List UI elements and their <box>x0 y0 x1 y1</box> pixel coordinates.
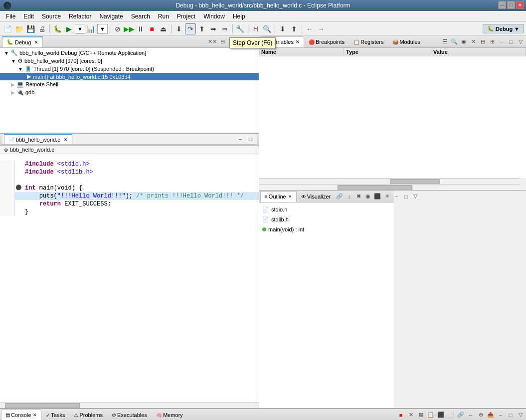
open-type-hierarchy[interactable]: H <box>250 23 261 34</box>
profile-button[interactable]: 📊 <box>86 23 97 34</box>
var-h-scrollbar[interactable] <box>259 178 520 184</box>
step-over-button[interactable]: ↷ <box>185 23 196 34</box>
console-terminate[interactable]: ■ <box>396 411 405 420</box>
step-return-button[interactable]: ⬆ <box>196 23 207 34</box>
profile-dropdown[interactable]: ▼ <box>97 24 108 34</box>
outline-minimize[interactable]: − <box>392 192 401 201</box>
print-button[interactable]: 🖨 <box>36 23 47 34</box>
visualizer-tab[interactable]: 👁 Visualizer <box>297 191 336 202</box>
console-action-6[interactable]: ↔ <box>466 411 475 420</box>
tree-item-gdb[interactable]: ▶ 🔌 gdb <box>0 88 259 96</box>
var-action-1[interactable]: ☰ <box>440 37 449 46</box>
outline-action-2[interactable]: ↕ <box>345 192 353 201</box>
modules-tab[interactable]: 📦 Modules <box>388 36 425 47</box>
prev-annotation[interactable]: ⬆ <box>289 23 300 34</box>
var-action-5[interactable]: ⊟ <box>478 37 487 46</box>
editor-maximize[interactable]: □ <box>246 135 255 144</box>
executables-tab[interactable]: ⚙ Executables <box>107 410 152 420</box>
menu-window[interactable]: Window <box>199 12 229 21</box>
editor-h-scrollbar[interactable] <box>0 402 259 408</box>
forward-button[interactable]: → <box>316 23 327 34</box>
outline-action-6[interactable]: ✳ <box>382 192 391 201</box>
use-step-filters[interactable]: 🔧 <box>235 23 246 34</box>
console-minimize[interactable]: − <box>496 411 505 420</box>
new-button[interactable]: 📄 <box>2 23 13 34</box>
console-action-7[interactable]: ⊕ <box>476 411 485 420</box>
search-toolbar-button[interactable]: 🔍 <box>262 23 273 34</box>
outline-maximize[interactable]: □ <box>401 192 410 201</box>
tree-item-frame[interactable]: ▶ main() at bbb_hello_world.c:15 0x103d4 <box>0 73 259 80</box>
editor-minimize[interactable]: − <box>236 135 245 144</box>
menu-run[interactable]: Run <box>154 12 173 21</box>
terminate-button[interactable]: ■ <box>147 23 158 34</box>
outline-action-5[interactable]: ⬛ <box>373 192 382 201</box>
var-menu[interactable]: ▽ <box>516 37 525 46</box>
run-dropdown[interactable]: ▼ <box>75 24 85 34</box>
skip-all-breakpoints[interactable]: ⊘ <box>112 23 123 34</box>
save-button[interactable]: 💾 <box>25 23 36 34</box>
console-action-4[interactable]: ⬜ <box>446 411 455 420</box>
debug-button[interactable]: 🐛 <box>52 23 63 34</box>
outline-item-stdio[interactable]: 📄 stdio.h <box>261 205 392 214</box>
minimize-button[interactable]: — <box>498 1 506 9</box>
menu-project[interactable]: Project <box>173 12 199 21</box>
tree-item-thread[interactable]: ▼ 🧵 Thread [1] 970 [core: 0] (Suspended … <box>0 65 259 73</box>
console-action-1[interactable]: ⊠ <box>416 411 425 420</box>
remove-all-terminated[interactable]: ✕✕ <box>208 37 217 46</box>
tree-item-remote-shell[interactable]: ▶ 💻 Remote Shell <box>0 80 259 88</box>
tree-item-process[interactable]: ▼ ⚙ bbb_hello_world [970] [cores: 0] <box>0 57 259 65</box>
var-maximize[interactable]: □ <box>507 37 516 46</box>
problems-tab[interactable]: ⚠ Problems <box>69 410 107 420</box>
var-action-4[interactable]: ✕ <box>469 37 478 46</box>
back-button[interactable]: ← <box>304 23 315 34</box>
disconnect-button[interactable]: ⏏ <box>158 23 169 34</box>
var-action-6[interactable]: ⊞ <box>488 37 497 46</box>
console-action-2[interactable]: 📋 <box>426 411 435 420</box>
breakpoints-tab[interactable]: 🔴 Breakpoints <box>304 36 349 47</box>
menu-search[interactable]: Search <box>127 12 154 21</box>
maximize-button[interactable]: □ <box>507 1 515 9</box>
close-button[interactable]: ✕ <box>516 1 524 9</box>
editor-h-scrollbar-thumb[interactable] <box>5 403 80 408</box>
suspend-button[interactable]: ⏸ <box>135 23 146 34</box>
outline-action-3[interactable]: ✖ <box>354 192 363 201</box>
collapse-all[interactable]: ⊟ <box>218 37 227 46</box>
editor-tab-close[interactable]: ✕ <box>64 137 68 142</box>
menu-refactor[interactable]: Refactor <box>65 12 95 21</box>
menu-edit[interactable]: Edit <box>19 12 38 21</box>
menu-help[interactable]: Help <box>229 12 249 21</box>
open-button[interactable]: 📁 <box>13 23 24 34</box>
resume-button[interactable]: ▶▶ <box>124 23 135 34</box>
editor-tab[interactable]: 📄 bbb_hello_world.c ✕ <box>4 134 72 144</box>
menu-navigate[interactable]: Navigate <box>95 12 127 21</box>
console-maximize[interactable]: □ <box>506 411 515 420</box>
debug-tab[interactable]: 🐛 Debug ✕ <box>2 36 43 47</box>
var-action-3[interactable]: ◉ <box>459 37 468 46</box>
var-h-thumb[interactable] <box>390 179 440 184</box>
run-button[interactable]: ▶ <box>63 23 74 34</box>
outline-item-main[interactable]: main(void) : int <box>261 224 392 234</box>
var-h-thumb-2[interactable] <box>338 185 412 190</box>
var-v-scrollbar[interactable] <box>520 178 526 184</box>
var-action-2[interactable]: 🔍 <box>450 37 459 46</box>
outline-tab[interactable]: ≡ Outline ✕ <box>260 191 297 202</box>
var-minimize[interactable]: − <box>497 37 506 46</box>
memory-tab[interactable]: 🧠 Memory <box>152 410 187 420</box>
var-v-scrollbar-2[interactable] <box>520 184 526 190</box>
console-remove[interactable]: ✕ <box>406 411 415 420</box>
tasks-tab[interactable]: ✓ Tasks <box>41 410 69 420</box>
code-editor[interactable]: #include <stdio.h> #include <stdlib.h> <box>0 154 259 402</box>
titlebar-controls[interactable]: — □ ✕ <box>498 1 524 9</box>
tree-item-app[interactable]: ▼ 🔧 bbb_hello_world Debug [C/C++ Remote … <box>0 49 259 57</box>
debug-perspective-button[interactable]: 🐛 Debug ▼ <box>483 24 524 33</box>
console-tab[interactable]: ▤ Console ✕ <box>1 410 41 420</box>
step-into-button[interactable]: ⬇ <box>174 23 184 34</box>
console-tab-close[interactable]: ✕ <box>33 413 37 418</box>
console-action-8[interactable]: 📤 <box>486 411 495 420</box>
outline-tab-close[interactable]: ✕ <box>288 194 292 199</box>
registers-tab[interactable]: 📋 Registers <box>349 36 388 47</box>
outline-action-4[interactable]: ◉ <box>363 192 372 201</box>
debug-tab-close[interactable]: ✕ <box>34 40 38 45</box>
console-menu[interactable]: ▽ <box>516 411 525 420</box>
menu-source[interactable]: Source <box>38 12 65 21</box>
